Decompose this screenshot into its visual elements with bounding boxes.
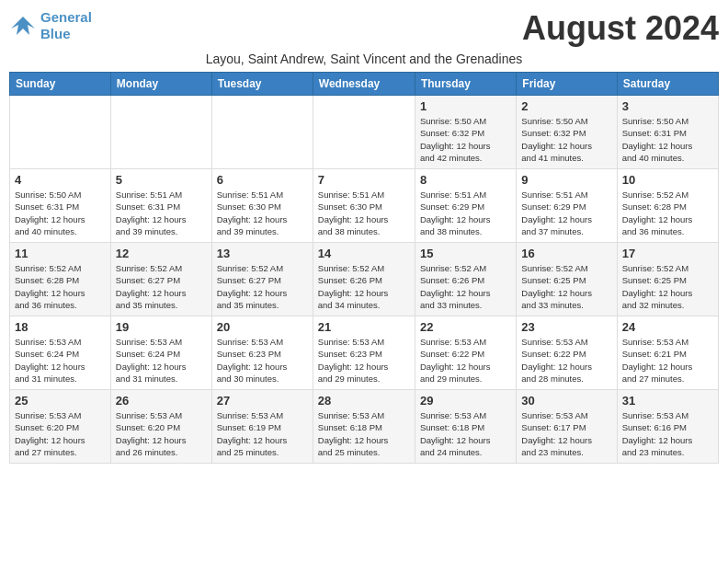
day-cell: 15Sunrise: 5:52 AM Sunset: 6:26 PM Dayli… xyxy=(415,243,516,316)
day-number: 1 xyxy=(420,99,511,113)
header-sunday: Sunday xyxy=(10,73,111,96)
day-info: Sunrise: 5:53 AM Sunset: 6:21 PM Dayligh… xyxy=(622,336,713,385)
day-cell xyxy=(10,96,111,169)
header-tuesday: Tuesday xyxy=(211,73,313,96)
day-cell: 11Sunrise: 5:52 AM Sunset: 6:28 PM Dayli… xyxy=(10,243,111,316)
day-info: Sunrise: 5:52 AM Sunset: 6:27 PM Dayligh… xyxy=(116,262,207,311)
day-number: 20 xyxy=(217,320,308,334)
day-info: Sunrise: 5:53 AM Sunset: 6:24 PM Dayligh… xyxy=(116,336,207,385)
day-info: Sunrise: 5:52 AM Sunset: 6:27 PM Dayligh… xyxy=(217,262,308,311)
day-number: 14 xyxy=(318,247,410,260)
day-number: 9 xyxy=(521,173,611,187)
day-info: Sunrise: 5:50 AM Sunset: 6:32 PM Dayligh… xyxy=(521,115,611,164)
day-cell: 21Sunrise: 5:53 AM Sunset: 6:23 PM Dayli… xyxy=(313,316,415,390)
day-cell: 14Sunrise: 5:52 AM Sunset: 6:26 PM Dayli… xyxy=(313,243,415,316)
day-number: 26 xyxy=(116,394,207,408)
day-info: Sunrise: 5:53 AM Sunset: 6:23 PM Dayligh… xyxy=(217,336,308,385)
logo-icon xyxy=(9,12,37,40)
day-cell: 18Sunrise: 5:53 AM Sunset: 6:24 PM Dayli… xyxy=(10,316,111,390)
day-cell: 30Sunrise: 5:53 AM Sunset: 6:17 PM Dayli… xyxy=(517,390,617,464)
day-info: Sunrise: 5:50 AM Sunset: 6:31 PM Dayligh… xyxy=(15,189,106,237)
day-info: Sunrise: 5:53 AM Sunset: 6:20 PM Dayligh… xyxy=(116,409,207,458)
day-info: Sunrise: 5:52 AM Sunset: 6:28 PM Dayligh… xyxy=(15,262,106,311)
day-info: Sunrise: 5:53 AM Sunset: 6:22 PM Dayligh… xyxy=(420,336,511,385)
day-cell: 8Sunrise: 5:51 AM Sunset: 6:29 PM Daylig… xyxy=(415,169,516,243)
day-info: Sunrise: 5:53 AM Sunset: 6:24 PM Dayligh… xyxy=(15,336,106,385)
day-cell: 2Sunrise: 5:50 AM Sunset: 6:32 PM Daylig… xyxy=(517,96,617,169)
day-number: 12 xyxy=(116,247,207,260)
week-row-3: 11Sunrise: 5:52 AM Sunset: 6:28 PM Dayli… xyxy=(10,243,719,316)
logo: General Blue xyxy=(9,9,92,42)
day-info: Sunrise: 5:52 AM Sunset: 6:25 PM Dayligh… xyxy=(622,262,713,311)
day-number: 16 xyxy=(521,247,611,260)
day-cell: 5Sunrise: 5:51 AM Sunset: 6:31 PM Daylig… xyxy=(110,169,211,243)
day-cell: 29Sunrise: 5:53 AM Sunset: 6:18 PM Dayli… xyxy=(415,390,516,464)
location-subtitle: Layou, Saint Andrew, Saint Vincent and t… xyxy=(9,52,719,66)
day-number: 24 xyxy=(622,320,713,334)
day-info: Sunrise: 5:53 AM Sunset: 6:18 PM Dayligh… xyxy=(420,409,511,458)
header-friday: Friday xyxy=(517,73,617,96)
header-monday: Monday xyxy=(110,73,211,96)
day-number: 30 xyxy=(521,394,611,408)
day-number: 22 xyxy=(420,320,511,334)
day-info: Sunrise: 5:53 AM Sunset: 6:18 PM Dayligh… xyxy=(318,409,410,458)
day-cell: 19Sunrise: 5:53 AM Sunset: 6:24 PM Dayli… xyxy=(110,316,211,390)
day-info: Sunrise: 5:53 AM Sunset: 6:20 PM Dayligh… xyxy=(15,409,106,458)
month-year-title: August 2024 xyxy=(522,9,719,48)
day-number: 8 xyxy=(420,173,511,187)
logo-line2: Blue xyxy=(40,26,71,41)
day-number: 18 xyxy=(15,320,106,334)
day-info: Sunrise: 5:51 AM Sunset: 6:30 PM Dayligh… xyxy=(217,189,308,237)
logo-line1: General xyxy=(40,9,92,25)
day-number: 29 xyxy=(420,394,511,408)
day-number: 17 xyxy=(622,247,713,260)
day-number: 7 xyxy=(318,173,410,187)
day-cell: 26Sunrise: 5:53 AM Sunset: 6:20 PM Dayli… xyxy=(110,390,211,464)
day-number: 5 xyxy=(116,173,207,187)
day-info: Sunrise: 5:50 AM Sunset: 6:31 PM Dayligh… xyxy=(622,115,713,164)
day-cell: 1Sunrise: 5:50 AM Sunset: 6:32 PM Daylig… xyxy=(415,96,516,169)
day-cell: 20Sunrise: 5:53 AM Sunset: 6:23 PM Dayli… xyxy=(211,316,313,390)
day-number: 13 xyxy=(217,247,308,260)
day-cell: 9Sunrise: 5:51 AM Sunset: 6:29 PM Daylig… xyxy=(517,169,617,243)
day-number: 31 xyxy=(622,394,713,408)
day-cell xyxy=(110,96,211,169)
day-cell: 25Sunrise: 5:53 AM Sunset: 6:20 PM Dayli… xyxy=(10,390,111,464)
title-area: August 2024 xyxy=(522,9,719,48)
day-info: Sunrise: 5:53 AM Sunset: 6:16 PM Dayligh… xyxy=(622,409,713,458)
calendar-table: SundayMondayTuesdayWednesdayThursdayFrid… xyxy=(9,72,719,464)
svg-marker-0 xyxy=(11,17,35,35)
day-info: Sunrise: 5:53 AM Sunset: 6:19 PM Dayligh… xyxy=(217,409,308,458)
week-row-2: 4Sunrise: 5:50 AM Sunset: 6:31 PM Daylig… xyxy=(10,169,719,243)
day-number: 4 xyxy=(15,173,106,187)
day-number: 27 xyxy=(217,394,308,408)
day-info: Sunrise: 5:51 AM Sunset: 6:30 PM Dayligh… xyxy=(318,189,410,237)
day-number: 3 xyxy=(622,99,713,113)
day-info: Sunrise: 5:52 AM Sunset: 6:28 PM Dayligh… xyxy=(622,189,713,237)
day-cell: 27Sunrise: 5:53 AM Sunset: 6:19 PM Dayli… xyxy=(211,390,313,464)
day-cell: 12Sunrise: 5:52 AM Sunset: 6:27 PM Dayli… xyxy=(110,243,211,316)
day-info: Sunrise: 5:53 AM Sunset: 6:22 PM Dayligh… xyxy=(521,336,611,385)
day-cell: 28Sunrise: 5:53 AM Sunset: 6:18 PM Dayli… xyxy=(313,390,415,464)
day-info: Sunrise: 5:52 AM Sunset: 6:26 PM Dayligh… xyxy=(420,262,511,311)
day-cell: 23Sunrise: 5:53 AM Sunset: 6:22 PM Dayli… xyxy=(517,316,617,390)
day-cell: 24Sunrise: 5:53 AM Sunset: 6:21 PM Dayli… xyxy=(617,316,718,390)
day-info: Sunrise: 5:52 AM Sunset: 6:25 PM Dayligh… xyxy=(521,262,611,311)
day-cell: 22Sunrise: 5:53 AM Sunset: 6:22 PM Dayli… xyxy=(415,316,516,390)
day-number: 6 xyxy=(217,173,308,187)
day-cell xyxy=(211,96,313,169)
day-cell xyxy=(313,96,415,169)
day-cell: 3Sunrise: 5:50 AM Sunset: 6:31 PM Daylig… xyxy=(617,96,718,169)
header-wednesday: Wednesday xyxy=(313,73,415,96)
day-info: Sunrise: 5:51 AM Sunset: 6:29 PM Dayligh… xyxy=(420,189,511,237)
day-number: 2 xyxy=(521,99,611,113)
week-row-1: 1Sunrise: 5:50 AM Sunset: 6:32 PM Daylig… xyxy=(10,96,719,169)
day-number: 25 xyxy=(15,394,106,408)
day-cell: 31Sunrise: 5:53 AM Sunset: 6:16 PM Dayli… xyxy=(617,390,718,464)
day-number: 11 xyxy=(15,247,106,260)
day-cell: 17Sunrise: 5:52 AM Sunset: 6:25 PM Dayli… xyxy=(617,243,718,316)
day-number: 19 xyxy=(116,320,207,334)
header-row: SundayMondayTuesdayWednesdayThursdayFrid… xyxy=(10,73,719,96)
day-number: 10 xyxy=(622,173,713,187)
day-info: Sunrise: 5:51 AM Sunset: 6:31 PM Dayligh… xyxy=(116,189,207,237)
